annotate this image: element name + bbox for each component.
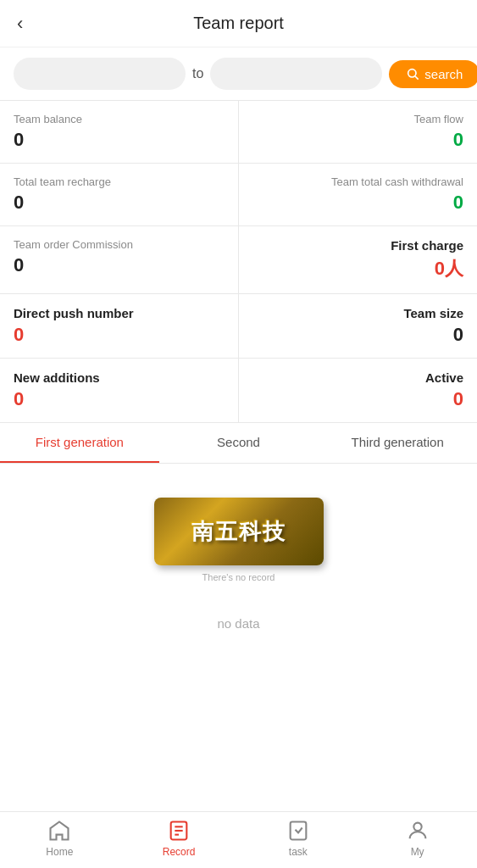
stat-new-additions: New additions 0 (0, 359, 239, 423)
stat-value-team-flow: 0 (252, 129, 464, 151)
record-icon (167, 819, 191, 843)
stat-value-total-recharge: 0 (14, 192, 225, 214)
home-icon (47, 819, 71, 843)
page-title: Team report (193, 14, 284, 33)
stat-first-charge: First charge 0人 (239, 226, 478, 294)
tab-second[interactable]: Second (159, 423, 319, 463)
stat-label-active: Active (252, 370, 464, 385)
date-from-input[interactable] (14, 58, 186, 90)
no-record-image: 南五科技 There's no record (154, 498, 324, 582)
stat-value-new-additions: 0 (14, 388, 225, 410)
logo-subtitle: There's no record (202, 572, 275, 582)
nav-home[interactable]: Home (0, 819, 119, 858)
task-icon (286, 819, 310, 843)
stat-team-size: Team size 0 (239, 294, 478, 359)
stat-label-team-size: Team size (252, 306, 464, 320)
stat-team-flow: Team flow 0 (239, 101, 478, 164)
stat-label-team-balance: Team balance (14, 113, 225, 125)
to-label: to (192, 66, 203, 81)
stat-value-total-withdrawal: 0 (252, 192, 464, 214)
nav-my[interactable]: My (358, 819, 477, 858)
header: ‹ Team report (0, 0, 477, 47)
stat-label-first-charge: First charge (252, 238, 464, 253)
stat-direct-push: Direct push number 0 (0, 294, 239, 359)
stat-value-active: 0 (252, 388, 464, 410)
stat-total-withdrawal: Team total cash withdrawal 0 (239, 164, 478, 226)
tab-first-generation[interactable]: First generation (0, 423, 159, 463)
tab-third-generation[interactable]: Third generation (318, 423, 477, 463)
nav-record-label: Record (163, 846, 196, 858)
stat-label-order-commission: Team order Commission (14, 238, 225, 251)
nav-task-label: task (289, 846, 308, 858)
stat-value-order-commission: 0 (14, 254, 225, 276)
stat-value-first-charge: 0人 (252, 256, 464, 281)
stat-team-balance: Team balance 0 (0, 101, 239, 164)
nav-home-label: Home (46, 846, 73, 858)
stat-label-team-flow: Team flow (252, 113, 464, 125)
stats-grid: Team balance 0 Team flow 0 Total team re… (0, 100, 477, 423)
stat-value-team-size: 0 (252, 324, 464, 346)
stat-label-new-additions: New additions (14, 370, 225, 385)
nav-record[interactable]: Record (119, 819, 239, 858)
no-data-text: no data (217, 616, 259, 631)
svg-point-7 (413, 823, 421, 831)
svg-point-0 (408, 70, 416, 77)
date-to-input[interactable] (210, 58, 382, 90)
stat-value-direct-push: 0 (14, 324, 225, 346)
search-button[interactable]: search (389, 60, 477, 88)
search-icon (406, 67, 419, 81)
svg-rect-6 (291, 822, 307, 840)
nav-my-label: My (411, 846, 424, 858)
stat-active: Active 0 (239, 359, 478, 423)
search-bar: to search (0, 47, 477, 100)
stat-value-team-balance: 0 (14, 129, 225, 151)
bottom-nav: Home Record task My (0, 811, 477, 868)
stat-total-recharge: Total team recharge 0 (0, 164, 239, 226)
content-area: 南五科技 There's no record no data (0, 464, 477, 730)
back-button[interactable]: ‹ (17, 13, 23, 35)
my-icon (406, 819, 430, 843)
stat-label-total-withdrawal: Team total cash withdrawal (252, 175, 464, 188)
stat-label-direct-push: Direct push number (14, 306, 225, 320)
stat-label-total-recharge: Total team recharge (14, 175, 225, 188)
stat-order-commission: Team order Commission 0 (0, 226, 239, 294)
svg-line-1 (415, 76, 419, 80)
tab-bar: First generation Second Third generation (0, 423, 477, 464)
logo-image: 南五科技 (154, 498, 324, 565)
nav-task[interactable]: task (239, 819, 358, 858)
logo-text-cn: 南五科技 (191, 517, 286, 547)
